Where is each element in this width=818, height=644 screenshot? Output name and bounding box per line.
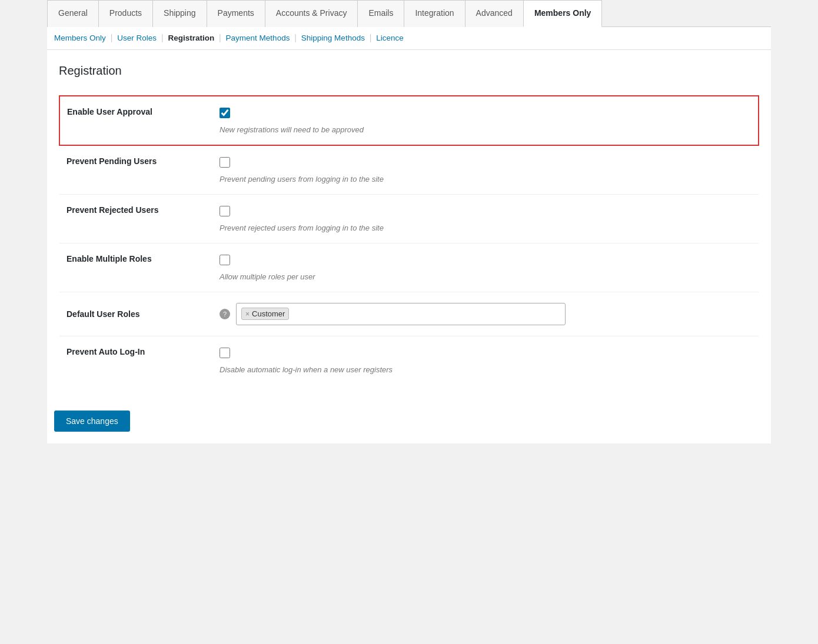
page-wrapper: General Products Shipping Payments Accou… bbox=[47, 0, 771, 443]
sep-4: | bbox=[294, 33, 297, 42]
hint-enable-user-approval: New registrations will need to be approv… bbox=[220, 125, 751, 134]
subnav-registration-current: Registration bbox=[168, 34, 214, 42]
control-prevent-auto-login: Disable automatic log-in when a new user… bbox=[212, 336, 759, 385]
subnav-user-roles[interactable]: User Roles bbox=[117, 34, 157, 42]
help-icon-default-roles: ? bbox=[220, 309, 230, 319]
setting-row-enable-multiple-roles: Enable Multiple Roles Allow multiple rol… bbox=[59, 243, 759, 292]
checkbox-prevent-pending-users[interactable] bbox=[220, 157, 230, 168]
section-title: Registration bbox=[59, 64, 759, 84]
tab-products[interactable]: Products bbox=[98, 0, 153, 27]
label-prevent-pending-users: Prevent Pending Users bbox=[59, 145, 212, 195]
tab-emails[interactable]: Emails bbox=[357, 0, 404, 27]
setting-row-enable-user-approval: Enable User Approval New registrations w… bbox=[59, 96, 759, 145]
sep-1: | bbox=[111, 33, 113, 42]
subnav-members-only[interactable]: Members Only bbox=[54, 34, 106, 42]
tab-members-only[interactable]: Members Only bbox=[523, 0, 602, 27]
hint-prevent-auto-login: Disable automatic log-in when a new user… bbox=[220, 365, 752, 374]
label-prevent-auto-login: Prevent Auto Log-In bbox=[59, 336, 212, 385]
save-button-wrap: Save changes bbox=[47, 399, 771, 443]
tag-remove-customer[interactable]: × bbox=[245, 310, 250, 318]
sub-nav: Members Only | User Roles | Registration… bbox=[47, 27, 771, 50]
label-enable-user-approval: Enable User Approval bbox=[59, 96, 212, 145]
sep-3: | bbox=[219, 33, 221, 42]
subnav-licence[interactable]: Licence bbox=[376, 34, 404, 42]
checkbox-enable-user-approval[interactable] bbox=[220, 108, 230, 118]
main-content: Registration Enable User Approval New re… bbox=[47, 50, 771, 399]
tab-accounts-privacy[interactable]: Accounts & Privacy bbox=[265, 0, 358, 27]
hint-enable-multiple-roles: Allow multiple roles per user bbox=[220, 272, 752, 281]
control-enable-user-approval: New registrations will need to be approv… bbox=[212, 96, 759, 145]
control-prevent-rejected-users: Prevent rejected users from logging in t… bbox=[212, 194, 759, 243]
hint-prevent-pending-users: Prevent pending users from logging in to… bbox=[220, 175, 752, 183]
control-prevent-pending-users: Prevent pending users from logging in to… bbox=[212, 145, 759, 195]
hint-prevent-rejected-users: Prevent rejected users from logging in t… bbox=[220, 223, 752, 232]
label-prevent-rejected-users: Prevent Rejected Users bbox=[59, 194, 212, 243]
tab-payments[interactable]: Payments bbox=[207, 0, 265, 27]
tag-customer: × Customer bbox=[241, 308, 289, 320]
settings-table: Enable User Approval New registrations w… bbox=[59, 95, 759, 385]
tab-shipping[interactable]: Shipping bbox=[152, 0, 207, 27]
setting-row-prevent-rejected-users: Prevent Rejected Users Prevent rejected … bbox=[59, 194, 759, 243]
main-nav-tabs: General Products Shipping Payments Accou… bbox=[47, 0, 771, 27]
save-button[interactable]: Save changes bbox=[54, 411, 130, 432]
sep-5: | bbox=[370, 33, 372, 42]
sep-2: | bbox=[161, 33, 164, 42]
tag-label-customer: Customer bbox=[252, 309, 285, 318]
checkbox-enable-multiple-roles[interactable] bbox=[220, 255, 230, 265]
checkbox-prevent-rejected-users[interactable] bbox=[220, 206, 230, 216]
tab-advanced[interactable]: Advanced bbox=[465, 0, 524, 27]
setting-row-default-user-roles: Default User Roles ? × Customer bbox=[59, 292, 759, 336]
subnav-payment-methods[interactable]: Payment Methods bbox=[226, 34, 290, 42]
label-enable-multiple-roles: Enable Multiple Roles bbox=[59, 243, 212, 292]
setting-row-prevent-auto-login: Prevent Auto Log-In Disable automatic lo… bbox=[59, 336, 759, 385]
tab-general[interactable]: General bbox=[47, 0, 99, 27]
subnav-shipping-methods[interactable]: Shipping Methods bbox=[301, 34, 365, 42]
control-default-user-roles: ? × Customer bbox=[212, 292, 759, 336]
multiselect-user-roles[interactable]: × Customer bbox=[236, 303, 566, 325]
checkbox-prevent-auto-login[interactable] bbox=[220, 348, 230, 358]
control-enable-multiple-roles: Allow multiple roles per user bbox=[212, 243, 759, 292]
tab-integration[interactable]: Integration bbox=[404, 0, 465, 27]
setting-row-prevent-pending-users: Prevent Pending Users Prevent pending us… bbox=[59, 145, 759, 195]
label-default-user-roles: Default User Roles bbox=[59, 292, 212, 336]
